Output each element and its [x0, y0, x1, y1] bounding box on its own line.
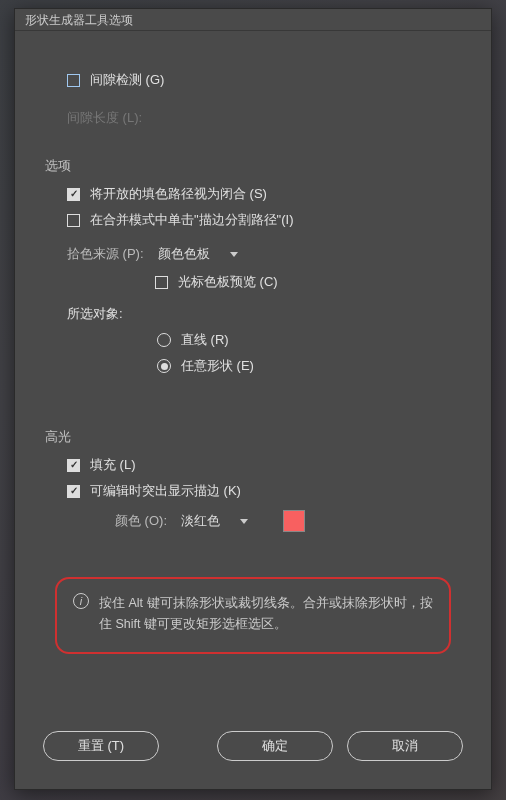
- radio-freeform-row: 任意形状 (E): [45, 357, 461, 375]
- open-paths-closed-label: 将开放的填色路径视为闭合 (S): [90, 185, 267, 203]
- gap-length-label: 间隙长度 (L):: [67, 109, 142, 127]
- gap-detection-row: 间隙检测 (G): [45, 71, 461, 89]
- fill-checkbox[interactable]: [67, 459, 80, 472]
- selection-label-row: 所选对象:: [45, 305, 461, 323]
- stroke-edit-checkbox[interactable]: [67, 485, 80, 498]
- pick-color-label: 拾色来源 (P):: [67, 245, 144, 263]
- cursor-preview-row: 光标色板预览 (C): [45, 273, 461, 291]
- cancel-button[interactable]: 取消: [347, 731, 463, 761]
- shape-builder-options-dialog: 形状生成器工具选项 间隙检测 (G) 间隙长度 (L): 选项 将开放的填色路径…: [14, 8, 492, 790]
- open-paths-closed-checkbox[interactable]: [67, 188, 80, 201]
- info-box: i 按住 Alt 键可抹除形状或裁切线条。合并或抹除形状时，按住 Shift 键…: [55, 577, 451, 654]
- merge-click-stroke-checkbox[interactable]: [67, 214, 80, 227]
- chevron-down-icon: [240, 519, 248, 524]
- dialog-title: 形状生成器工具选项: [15, 9, 491, 31]
- radio-line-row: 直线 (R): [45, 331, 461, 349]
- fill-row: 填充 (L): [45, 456, 461, 474]
- info-icon: i: [73, 593, 89, 609]
- highlight-header: 高光: [45, 428, 461, 446]
- radio-freeform[interactable]: [157, 359, 171, 373]
- merge-click-stroke-label: 在合并模式中单击"描边分割路径"(I): [90, 211, 294, 229]
- color-row: 颜色 (O): 淡红色: [45, 510, 461, 532]
- radio-line[interactable]: [157, 333, 171, 347]
- fill-label: 填充 (L): [90, 456, 136, 474]
- pick-color-row: 拾色来源 (P): 颜色色板: [45, 243, 461, 265]
- cursor-preview-checkbox[interactable]: [155, 276, 168, 289]
- info-text: 按住 Alt 键可抹除形状或裁切线条。合并或抹除形状时，按住 Shift 键可更…: [99, 593, 433, 636]
- merge-click-stroke-row: 在合并模式中单击"描边分割路径"(I): [45, 211, 461, 229]
- ok-button[interactable]: 确定: [217, 731, 333, 761]
- pick-color-value: 颜色色板: [158, 245, 210, 263]
- stroke-edit-row: 可编辑时突出显示描边 (K): [45, 482, 461, 500]
- open-paths-closed-row: 将开放的填色路径视为闭合 (S): [45, 185, 461, 203]
- gap-length-row: 间隙长度 (L):: [45, 109, 461, 127]
- pick-color-select[interactable]: 颜色色板: [152, 243, 244, 265]
- reset-button[interactable]: 重置 (T): [43, 731, 159, 761]
- radio-freeform-label: 任意形状 (E): [181, 357, 254, 375]
- color-swatch[interactable]: [283, 510, 305, 532]
- radio-line-label: 直线 (R): [181, 331, 229, 349]
- color-select[interactable]: 淡红色: [175, 510, 265, 532]
- color-value: 淡红色: [181, 512, 220, 530]
- gap-detection-label: 间隙检测 (G): [90, 71, 164, 89]
- options-header: 选项: [45, 157, 461, 175]
- gap-detection-checkbox[interactable]: [67, 74, 80, 87]
- dialog-buttons: 重置 (T) 确定 取消: [15, 731, 491, 761]
- selection-label: 所选对象:: [67, 305, 123, 323]
- color-label: 颜色 (O):: [115, 512, 167, 530]
- chevron-down-icon: [230, 252, 238, 257]
- stroke-edit-label: 可编辑时突出显示描边 (K): [90, 482, 241, 500]
- cursor-preview-label: 光标色板预览 (C): [178, 273, 278, 291]
